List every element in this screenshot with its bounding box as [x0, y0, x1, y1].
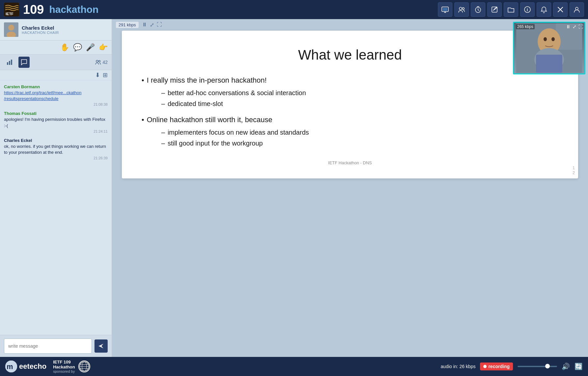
popout-icon[interactable]: ⊞ [103, 71, 108, 79]
folder-button[interactable] [504, 2, 518, 17]
sidebar-chat-tools: ⬇ ⊞ [0, 70, 112, 80]
footer-event-text: IETF 109 Hackathon sponsored by [53, 360, 75, 373]
expand-icon[interactable]: ⤢ [150, 22, 154, 28]
ietf-logo: IETF [4, 3, 19, 16]
edit-button[interactable] [487, 2, 502, 17]
close-x-button[interactable] [553, 2, 568, 17]
recording-dot [483, 365, 487, 368]
main-area: Charles Eckel HACKATHON CHAIR ✋ 💬 🎤 👉 42 [0, 19, 588, 357]
svg-point-10 [575, 7, 578, 10]
bullet-dash: – [161, 89, 165, 97]
pip-video: 265 kbps ⏸ ⤢ ⛶ [513, 22, 585, 74]
footer-right: audio in: 26 kbps recording 🔊 🔄 [441, 363, 583, 370]
user-profile-button[interactable] [570, 2, 584, 17]
footer-logo: m eetecho [5, 361, 46, 372]
recording-badge: recording [480, 363, 513, 370]
header-buttons: i [438, 2, 584, 17]
header-logo: IETF 109 hackathon [4, 3, 98, 17]
bell-button[interactable] [537, 2, 551, 17]
hand-point-icon[interactable]: 👉 [99, 43, 108, 52]
svg-text:i: i [527, 8, 528, 12]
fullscreen-icon[interactable]: ⛶ [157, 22, 162, 28]
meetecho-m-icon: m [5, 361, 17, 372]
audio-label: audio in: 26 kbps [441, 364, 476, 369]
globe-icon [78, 361, 90, 372]
bullet-dash: – [161, 100, 165, 108]
bullet-dash: – [161, 129, 165, 136]
timer-button[interactable] [471, 2, 485, 17]
svg-point-17 [96, 60, 98, 62]
svg-point-22 [544, 37, 547, 41]
slide-title: What we learned [142, 47, 558, 63]
participants-button[interactable] [454, 2, 469, 17]
participants-count: 42 [102, 60, 108, 65]
header: IETF 109 hackathon i [0, 0, 588, 19]
video-controls: ⏸ ⤢ ⛶ [142, 22, 162, 28]
svg-rect-14 [7, 62, 8, 65]
slide-content: • I really miss the in-person hackathon!… [142, 76, 558, 150]
header-title: hackathon [49, 4, 98, 15]
pip-fullscreen-icon[interactable]: ⛶ [578, 24, 583, 29]
svg-rect-3 [443, 8, 447, 11]
mic-icon[interactable]: 🎤 [86, 43, 95, 52]
svg-point-23 [551, 37, 555, 41]
chat-time: 21:08:38 [4, 102, 108, 106]
chat-icon[interactable]: 💬 [73, 43, 82, 52]
bullet-dot: • [142, 76, 144, 85]
header-number: 109 [23, 3, 44, 17]
bullet-dash: – [161, 140, 165, 147]
sidebar-toolbar: ✋ 💬 🎤 👉 [0, 40, 112, 55]
sidebar: Charles Eckel HACKATHON CHAIR ✋ 💬 🎤 👉 42 [0, 19, 112, 357]
main-content: 291 kbps ⏸ ⤢ ⛶ What we learned • I reall… [112, 19, 588, 357]
tab-chat[interactable] [18, 57, 30, 68]
sidebar-user-info: Charles Eckel HACKATHON CHAIR [0, 19, 112, 40]
raise-hand-icon[interactable]: ✋ [60, 43, 69, 52]
volume-slider[interactable] [518, 366, 557, 367]
pip-person-video [514, 23, 584, 73]
download-icon[interactable]: ⬇ [95, 71, 100, 79]
slide-bullet: – better ad-hoc conversations & social i… [161, 89, 558, 97]
slide-bullet: • I really miss the in-person hackathon! [142, 76, 558, 85]
pause-icon[interactable]: ⏸ [142, 22, 147, 28]
svg-rect-25 [536, 55, 562, 73]
svg-rect-15 [9, 61, 10, 65]
tab-stats[interactable] [4, 57, 15, 68]
chat-input[interactable] [4, 338, 92, 354]
slide-bullet: • Online hackathon still worth it, becau… [142, 116, 558, 124]
participants-tab[interactable]: 42 [95, 59, 108, 65]
volume-icon[interactable]: 🔊 [562, 363, 570, 370]
pip-kbps: 265 kbps [516, 24, 535, 29]
bullet-dot: • [142, 116, 144, 124]
slide-footer: IETF Hackathon - DNS [142, 160, 558, 165]
list-item: Thomas Fossati apologies! I'm having per… [4, 111, 108, 133]
chat-time: 21:26:39 [4, 156, 108, 160]
chat-text: apologies! I'm having permission trouble… [4, 117, 108, 128]
pip-expand-icon[interactable]: ⤢ [573, 24, 576, 29]
chat-sender: Thomas Fossati [4, 111, 108, 116]
chat-link[interactable]: https://trac.ietf.org/trac/ietf/mee...ck… [4, 90, 82, 101]
slide-page: 12 [573, 166, 575, 175]
sidebar-tabs: 42 [0, 55, 112, 70]
list-item: Carsten Bormann https://trac.ietf.org/tr… [4, 84, 108, 106]
svg-point-12 [8, 25, 14, 31]
slide-footer-text: IETF Hackathon - DNS [328, 160, 372, 165]
volume-thumb[interactable] [545, 364, 550, 368]
slide-bullet: – implementers focus on new ideas and st… [161, 129, 558, 136]
slide-bullet: – dedicated time-slot [161, 100, 558, 108]
footer-event: IETF 109 Hackathon sponsored by [53, 360, 90, 373]
pip-pause-icon[interactable]: ⏸ [566, 24, 571, 29]
slide-bullet: – still good input for the workgroup [161, 140, 558, 147]
svg-point-4 [459, 7, 462, 10]
screen-share-button[interactable] [438, 2, 452, 17]
send-button[interactable] [94, 339, 108, 353]
svg-rect-16 [11, 60, 12, 65]
refresh-icon[interactable]: 🔄 [575, 363, 583, 370]
meetecho-text: eetecho [19, 362, 46, 371]
chat-text: ok, no worries. if you get things workin… [4, 144, 108, 155]
info-button[interactable]: i [520, 2, 535, 17]
footer: m eetecho IETF 109 Hackathon sponsored b… [0, 357, 588, 376]
list-item: Charles Eckel ok, no worries. if you get… [4, 138, 108, 160]
svg-text:IETF: IETF [6, 12, 13, 16]
recording-label: recording [488, 364, 510, 369]
video-kbps: 291 kbps [116, 22, 139, 28]
